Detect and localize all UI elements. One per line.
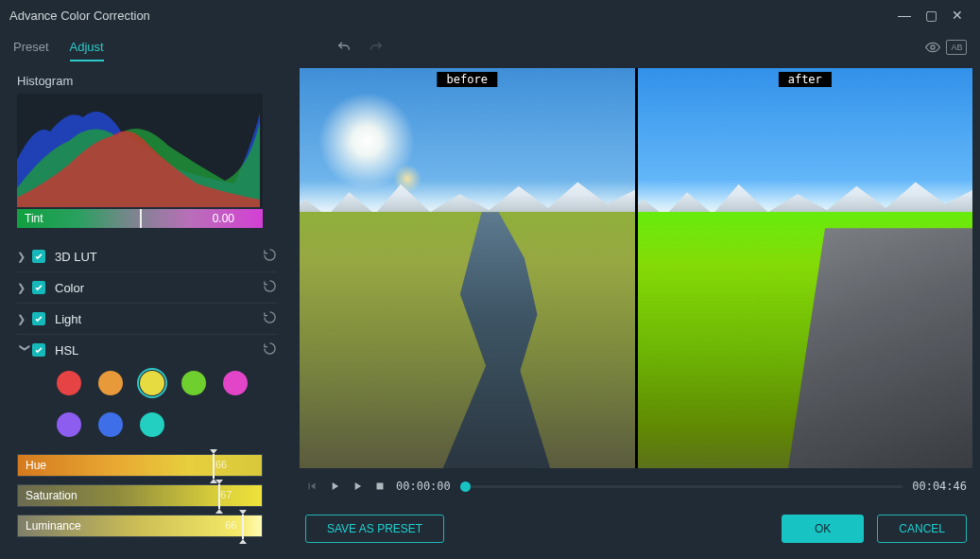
svg-rect-1 bbox=[377, 483, 384, 490]
preview-before: before bbox=[300, 68, 635, 468]
tab-preset[interactable]: Preset bbox=[13, 34, 49, 61]
chevron-right-icon: ❯ bbox=[17, 282, 32, 294]
checkbox-light[interactable] bbox=[32, 312, 45, 325]
chevron-down-icon: ❯ bbox=[19, 342, 31, 358]
maximize-button[interactable]: ▢ bbox=[918, 8, 944, 23]
svg-point-0 bbox=[931, 45, 935, 49]
playhead[interactable] bbox=[460, 481, 471, 492]
checkbox-3dlut[interactable] bbox=[32, 250, 45, 263]
close-button[interactable]: ✕ bbox=[944, 8, 971, 23]
swatch-2[interactable] bbox=[140, 371, 164, 395]
preview-after: after bbox=[638, 68, 973, 468]
panel-vignette[interactable]: ❯ Vignette bbox=[17, 552, 277, 559]
ok-button[interactable]: OK bbox=[782, 515, 864, 543]
tint-handle[interactable] bbox=[140, 209, 142, 228]
swatch-7[interactable] bbox=[140, 412, 164, 437]
transport: 00:00:00 00:04:46 bbox=[300, 468, 972, 504]
saturation-handle[interactable] bbox=[218, 484, 220, 509]
preview-compare[interactable]: before after bbox=[300, 68, 972, 468]
tint-label: Tint bbox=[25, 212, 43, 225]
swatch-4[interactable] bbox=[223, 371, 248, 395]
play-button[interactable] bbox=[328, 480, 341, 493]
before-label: before bbox=[438, 72, 497, 87]
after-label: after bbox=[779, 72, 832, 87]
panel-hsl[interactable]: ❯ HSL bbox=[17, 335, 277, 365]
chevron-right-icon: ❯ bbox=[17, 313, 32, 325]
checkbox-hsl[interactable] bbox=[32, 343, 45, 357]
tint-slider[interactable]: Tint 0.00 bbox=[17, 209, 263, 228]
swatch-5[interactable] bbox=[57, 412, 81, 437]
hsl-swatches bbox=[17, 365, 263, 446]
toolbar: Preset Adjust A B bbox=[0, 30, 980, 64]
titlebar: Advance Color Correction — ▢ ✕ bbox=[0, 0, 980, 30]
cancel-button[interactable]: CANCEL bbox=[877, 515, 967, 543]
chevron-right-icon: ❯ bbox=[17, 251, 32, 263]
swatch-6[interactable] bbox=[98, 412, 123, 437]
step-back-button[interactable] bbox=[305, 480, 318, 493]
tab-adjust[interactable]: Adjust bbox=[70, 34, 104, 61]
luminance-slider[interactable]: Luminance 66 bbox=[17, 515, 263, 537]
play-forward-button[interactable] bbox=[351, 480, 364, 493]
redo-button[interactable] bbox=[363, 34, 389, 61]
sidebar: Histogram Tint 0.00 ❯ 3D LUT ❯ Color bbox=[0, 64, 286, 559]
reset-icon[interactable] bbox=[263, 248, 277, 265]
panel-3dlut[interactable]: ❯ 3D LUT bbox=[17, 241, 277, 271]
tint-value: 0.00 bbox=[213, 212, 234, 225]
swatch-0[interactable] bbox=[57, 371, 81, 395]
reset-icon[interactable] bbox=[263, 341, 277, 358]
window-title: Advance Color Correction bbox=[9, 9, 150, 23]
hue-handle[interactable] bbox=[213, 454, 215, 479]
reset-icon[interactable] bbox=[263, 279, 277, 296]
panel-light[interactable]: ❯ Light bbox=[17, 304, 277, 334]
reset-icon[interactable] bbox=[263, 310, 277, 327]
current-time: 00:00:00 bbox=[396, 480, 451, 493]
minimize-button[interactable]: — bbox=[891, 8, 918, 23]
timeline-track[interactable] bbox=[460, 485, 903, 488]
saturation-slider[interactable]: Saturation 67 bbox=[17, 484, 263, 507]
swatch-3[interactable] bbox=[181, 371, 206, 395]
swatch-1[interactable] bbox=[98, 371, 123, 395]
checkbox-color[interactable] bbox=[32, 281, 45, 294]
duration-time: 00:04:46 bbox=[912, 480, 967, 493]
save-preset-button[interactable]: SAVE AS PRESET bbox=[305, 515, 444, 543]
luminance-handle[interactable] bbox=[242, 515, 244, 539]
histogram bbox=[17, 94, 263, 207]
histogram-label: Histogram bbox=[17, 74, 277, 88]
preview-visibility-icon[interactable] bbox=[920, 34, 946, 61]
compare-toggle-icon[interactable]: A B bbox=[946, 40, 967, 55]
panel-color[interactable]: ❯ Color bbox=[17, 272, 277, 303]
stop-button[interactable] bbox=[373, 480, 387, 493]
hue-slider[interactable]: Hue 66 bbox=[17, 454, 263, 477]
undo-button[interactable] bbox=[331, 34, 357, 61]
